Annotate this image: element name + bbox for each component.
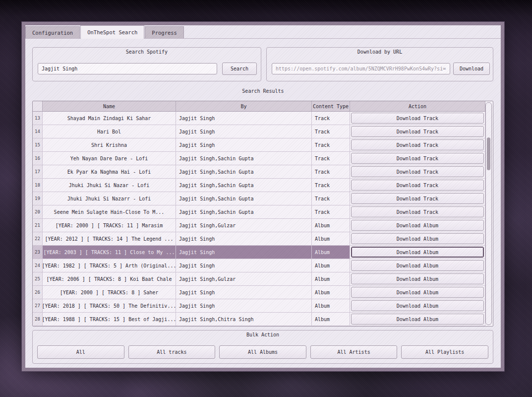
table-row[interactable]: 18 Jhuki Jhuki Si Nazar - Lofi Jagjit Si… [33,179,485,192]
content-type-cell[interactable]: Album [312,246,350,259]
download-action-button[interactable]: Download Track [351,113,484,124]
name-cell[interactable]: Shayad Main Zindagi Ki Sahar [43,112,176,125]
table-row[interactable]: 28 [YEAR: 1988 ] [ TRACKS: 15 ] Best of … [33,313,485,326]
table-row[interactable]: 23 [YEAR: 2003 ] [ TRACKS: 11 ] Close to… [33,246,485,259]
table-scrollbar[interactable] [485,102,492,325]
name-cell[interactable]: [YEAR: 1988 ] [ TRACKS: 15 ] Best of Jag… [43,313,176,326]
table-row[interactable]: 22 [YEAR: 2012 ] [ TRACKS: 14 ] The Lege… [33,232,485,246]
bulk-all-button[interactable]: All [37,345,124,359]
name-cell[interactable]: [YEAR: 2000 ] [ TRACKS: 8 ] Saher [43,286,176,299]
table-row[interactable]: 25 [YEAR: 2006 ] [ TRACKS: 8 ] Koi Baat … [33,272,485,286]
search-tab-pane: Search Spotify Search Download by URL Do… [25,39,501,368]
by-cell[interactable]: Jagjit Singh,Sachin Gupta [176,205,312,219]
content-type-cell[interactable]: Track [312,112,350,125]
table-row[interactable]: 27 [YEAR: 2018 ] [ TRACKS: 50 ] The Defi… [33,299,485,313]
name-cell[interactable]: Yeh Nayan Dare Dare - Lofi [43,152,176,165]
tab-onthespot-search[interactable]: OnTheSpot Search [80,25,144,39]
download-action-button[interactable]: Download Track [351,206,484,217]
scrollbar-thumb[interactable] [487,137,490,170]
download-action-button[interactable]: Download Album [351,260,484,271]
by-cell[interactable]: Jagjit Singh [176,259,312,272]
name-cell[interactable]: Jhuki Jhuki Si Nazar - Lofi [43,179,176,192]
table-row[interactable]: 19 Jhuki Jhuki Si Nazarr - Lofi Jagjit S… [33,192,485,205]
table-row[interactable]: 20 Seene Mein Sulagte Hain-Close To M...… [33,205,485,219]
download-action-button[interactable]: Download Track [351,126,484,137]
content-type-cell[interactable]: Album [312,219,350,232]
name-cell[interactable]: Ek Pyar Ka Naghma Hai - Lofi [43,165,176,179]
content-type-cell[interactable]: Track [312,179,350,192]
table-row[interactable]: 14 Hari Bol Jagjit Singh Track Download … [33,125,485,138]
content-type-cell[interactable]: Album [312,299,350,313]
bulk-all-playlists-button[interactable]: All Playlists [401,345,488,359]
download-action-button[interactable]: Download Album [351,273,484,284]
header-content-type[interactable]: Content Type [312,101,350,112]
by-cell[interactable]: Jagjit Singh,Chitra Singh [176,313,312,326]
table-row[interactable]: 13 Shayad Main Zindagi Ki Sahar Jagjit S… [33,112,485,125]
by-cell[interactable]: Jagjit Singh,Gulzar [176,219,312,232]
by-cell[interactable]: Jagjit Singh [176,246,312,259]
header-name[interactable]: Name [43,101,176,112]
table-row[interactable]: 21 [YEAR: 2000 ] [ TRACKS: 11 ] Marasim … [33,219,485,232]
table-row[interactable]: 17 Ek Pyar Ka Naghma Hai - Lofi Jagjit S… [33,165,485,179]
by-cell[interactable]: Jagjit Singh,Gulzar [176,272,312,286]
table-row[interactable]: 15 Shri Krishna Jagjit Singh Track Downl… [33,138,485,152]
search-spotify-group: Search Spotify Search [32,47,261,81]
by-cell[interactable]: Jagjit Singh [176,125,312,138]
table-row[interactable]: 24 [YEAR: 1982 ] [ TRACKS: 5 ] Arth (Ori… [33,259,485,272]
content-type-cell[interactable]: Track [312,165,350,179]
name-cell[interactable]: Seene Mein Sulagte Hain-Close To M... [43,205,176,219]
download-action-button[interactable]: Download Album [351,247,484,258]
search-query-input[interactable] [38,63,217,74]
by-cell[interactable]: Jagjit Singh [176,299,312,313]
by-cell[interactable]: Jagjit Singh,Sachin Gupta [176,152,312,165]
content-type-cell[interactable]: Track [312,138,350,152]
by-cell[interactable]: Jagjit Singh,Sachin Gupta [176,192,312,205]
table-row[interactable]: 26 [YEAR: 2000 ] [ TRACKS: 8 ] Saher Jag… [33,286,485,299]
content-type-cell[interactable]: Album [312,313,350,326]
by-cell[interactable]: Jagjit Singh,Sachin Gupta [176,179,312,192]
url-input[interactable] [272,63,450,74]
name-cell[interactable]: [YEAR: 2003 ] [ TRACKS: 11 ] Close to My… [43,246,176,259]
download-action-button[interactable]: Download Album [351,300,484,311]
name-cell[interactable]: Shri Krishna [43,138,176,152]
download-action-button[interactable]: Download Album [351,220,484,231]
bulk-all-artists-button[interactable]: All Artists [310,345,398,359]
header-by[interactable]: By [176,101,312,112]
by-cell[interactable]: Jagjit Singh [176,138,312,152]
download-action-button[interactable]: Download Track [351,180,484,191]
by-cell[interactable]: Jagjit Singh,Sachin Gupta [176,165,312,179]
by-cell[interactable]: Jagjit Singh [176,232,312,246]
content-type-cell[interactable]: Track [312,152,350,165]
content-type-cell[interactable]: Album [312,232,350,246]
content-type-cell[interactable]: Album [312,272,350,286]
by-cell[interactable]: Jagjit Singh [176,112,312,125]
content-type-cell[interactable]: Track [312,125,350,138]
content-type-cell[interactable]: Track [312,205,350,219]
search-button[interactable]: Search [222,63,257,75]
name-cell[interactable]: [YEAR: 2006 ] [ TRACKS: 8 ] Koi Baat Cha… [43,272,176,286]
download-action-button[interactable]: Download Track [351,193,484,204]
download-action-button[interactable]: Download Track [351,166,484,177]
download-action-button[interactable]: Download Album [351,314,484,325]
header-action[interactable]: Action [350,101,485,112]
content-type-cell[interactable]: Album [312,286,350,299]
name-cell[interactable]: [YEAR: 2018 ] [ TRACKS: 50 ] The Definit… [43,299,176,313]
download-action-button[interactable]: Download Track [351,153,484,164]
name-cell[interactable]: [YEAR: 2012 ] [ TRACKS: 14 ] The Legend … [43,232,176,246]
tab-configuration[interactable]: Configuration [25,26,80,38]
table-row[interactable]: 16 Yeh Nayan Dare Dare - Lofi Jagjit Sin… [33,152,485,165]
content-type-cell[interactable]: Album [312,259,350,272]
download-action-button[interactable]: Download Track [351,139,484,150]
bulk-all-tracks-button[interactable]: All tracks [128,345,216,359]
download-url-button[interactable]: Download [453,63,490,75]
name-cell[interactable]: Hari Bol [43,125,176,138]
name-cell[interactable]: Jhuki Jhuki Si Nazarr - Lofi [43,192,176,205]
download-action-button[interactable]: Download Album [351,233,484,244]
name-cell[interactable]: [YEAR: 1982 ] [ TRACKS: 5 ] Arth (Origin… [43,259,176,272]
by-cell[interactable]: Jagjit Singh [176,286,312,299]
content-type-cell[interactable]: Track [312,192,350,205]
name-cell[interactable]: [YEAR: 2000 ] [ TRACKS: 11 ] Marasim [43,219,176,232]
download-action-button[interactable]: Download Album [351,287,484,298]
bulk-all-albums-button[interactable]: All Albums [219,345,306,359]
tab-progress[interactable]: Progress [145,26,184,38]
